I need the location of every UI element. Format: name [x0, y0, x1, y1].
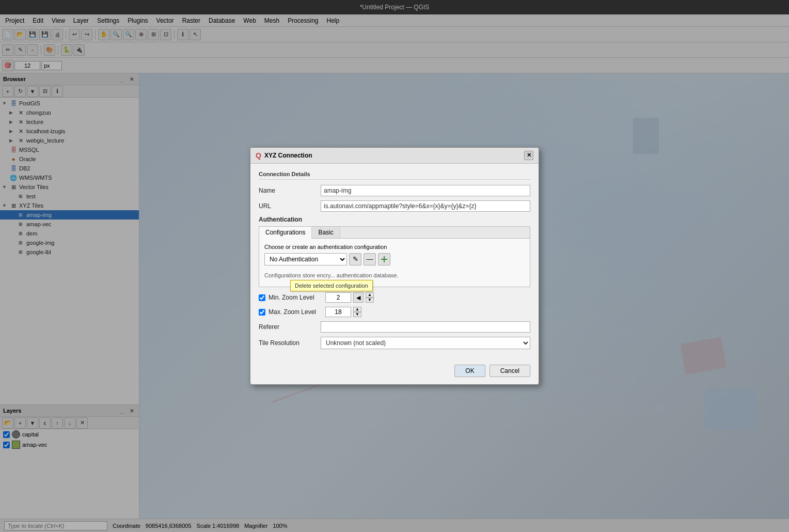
connection-details-header: Connection Details	[259, 171, 530, 180]
dialog-close-btn[interactable]: ✕	[524, 151, 533, 160]
name-row: Name	[259, 185, 530, 196]
dialog-titlebar: Q XYZ Connection ✕	[250, 148, 539, 164]
choose-auth-text: Choose or create an authentication confi…	[264, 244, 525, 250]
tile-resolution-row: Tile Resolution Unknown (not scaled)	[259, 337, 530, 349]
max-zoom-label: Max. Zoom Level	[269, 308, 325, 316]
tab-configurations[interactable]: Configurations	[259, 227, 312, 239]
min-zoom-up[interactable]: ▲	[366, 292, 374, 298]
min-zoom-down[interactable]: ▼	[366, 298, 374, 303]
add-auth-btn[interactable]	[378, 253, 390, 265]
max-zoom-down[interactable]: ▼	[353, 312, 361, 317]
min-zoom-check[interactable]	[259, 294, 265, 301]
max-zoom-check[interactable]	[259, 309, 265, 316]
url-input[interactable]	[321, 200, 530, 212]
min-zoom-row: Min. Zoom Level ◀ ▲ ▼	[259, 292, 530, 303]
dialog-buttons: OK Cancel	[250, 361, 539, 384]
min-zoom-spinner: ▲ ▼	[366, 292, 374, 303]
name-input[interactable]	[321, 185, 530, 196]
auth-section: Authentication Configurations Basic Choo…	[259, 216, 530, 287]
delete-tooltip: Delete selected configuration	[290, 280, 373, 291]
auth-header: Authentication	[259, 216, 530, 223]
no-auth-select[interactable]: No Authentication	[264, 253, 347, 265]
min-zoom-label: Min. Zoom Level	[269, 294, 325, 301]
min-zoom-input[interactable]	[325, 292, 351, 303]
delete-auth-btn[interactable]: —	[364, 253, 376, 265]
tab-basic[interactable]: Basic	[312, 227, 340, 238]
modal-overlay: Q XYZ Connection ✕ Connection Details Na…	[0, 0, 789, 532]
configurations-tab-content: Choose or create an authentication confi…	[259, 239, 530, 287]
tile-resolution-label: Tile Resolution	[259, 339, 321, 347]
referer-label: Referer	[259, 323, 321, 331]
plus-icon	[381, 256, 388, 263]
xyz-dialog: Q XYZ Connection ✕ Connection Details Na…	[250, 147, 539, 385]
dialog-body: Connection Details Name URL Authenticati…	[250, 164, 539, 361]
dialog-title-left: Q XYZ Connection	[256, 151, 312, 160]
auth-tabs: Configurations Basic	[259, 227, 530, 239]
min-zoom-controls: ◀ ▲ ▼	[353, 292, 374, 303]
dialog-qgis-icon: Q	[256, 151, 261, 160]
edit-auth-btn[interactable]: ✎	[349, 253, 361, 265]
referer-row: Referer	[259, 321, 530, 333]
dialog-title: XYZ Connection	[264, 152, 312, 159]
url-label: URL	[259, 202, 321, 210]
max-zoom-input[interactable]	[325, 307, 351, 317]
ok-button[interactable]: OK	[454, 365, 485, 377]
max-zoom-up[interactable]: ▲	[353, 307, 361, 312]
referer-input[interactable]	[321, 321, 530, 333]
cancel-button[interactable]: Cancel	[490, 365, 530, 377]
tile-resolution-select[interactable]: Unknown (not scaled)	[321, 337, 530, 349]
min-zoom-decrement[interactable]: ◀	[353, 292, 364, 303]
url-row: URL	[259, 200, 530, 212]
max-zoom-spinner: ▲ ▼	[353, 307, 361, 317]
auth-config-row: No Authentication ✎ — Dele	[264, 253, 525, 265]
auth-box: Configurations Basic Choose or create an…	[259, 226, 530, 287]
name-label: Name	[259, 187, 321, 194]
svg-rect-1	[381, 259, 387, 260]
max-zoom-row: Max. Zoom Level ▲ ▼	[259, 307, 530, 317]
